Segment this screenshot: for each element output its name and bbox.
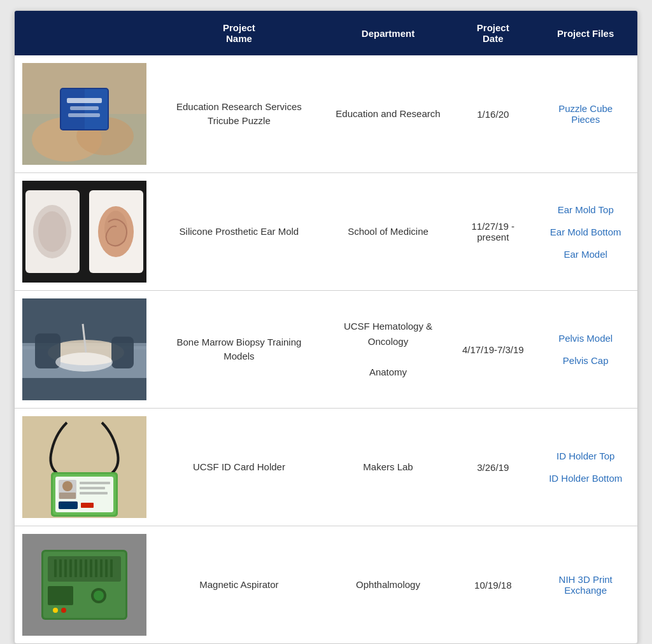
table-row: UCSF ID Card HolderMakers Lab3/26/19ID H… — [15, 409, 637, 526]
header-row: ProjectName Department ProjectDate Proje… — [15, 11, 637, 55]
svg-rect-43 — [59, 559, 62, 577]
project-name-cell: Silicone Prosthetic Ear Mold — [154, 173, 324, 291]
project-date-cell: 1/16/20 — [452, 55, 534, 173]
svg-rect-36 — [59, 501, 78, 509]
project-date-cell: 11/27/19 - present — [452, 173, 534, 291]
department-cell: Makers Lab — [324, 409, 452, 526]
project-file-link[interactable]: Ear Mold Bottom — [544, 227, 627, 237]
svg-rect-32 — [59, 493, 76, 499]
projects-table-container: ProjectName Department ProjectDate Proje… — [14, 10, 638, 644]
svg-point-24 — [55, 353, 113, 372]
project-files-cell: NIH 3D Print Exchange — [534, 526, 637, 644]
project-name-cell: UCSF ID Card Holder — [154, 409, 324, 526]
project-name-cell: Bone Marrow Biopsy Training Models — [154, 291, 324, 409]
table-body: Education Research Services Tricube Puzz… — [15, 55, 637, 643]
svg-point-56 — [94, 591, 104, 601]
project-date-cell: 4/17/19-7/3/19 — [452, 291, 534, 409]
project-name-cell: Magnetic Aspirator — [154, 526, 324, 644]
svg-rect-53 — [110, 559, 113, 577]
department-cell: UCSF Hematology & Oncology Anatomy — [324, 291, 452, 409]
svg-rect-51 — [100, 559, 103, 577]
project-file-link[interactable]: Pelvis Cap — [544, 355, 627, 366]
svg-rect-49 — [90, 559, 92, 577]
table-row: Silicone Prosthetic Ear MoldSchool of Me… — [15, 173, 637, 291]
svg-rect-41 — [48, 556, 121, 582]
svg-rect-47 — [80, 559, 82, 577]
department-cell: Education and Research — [324, 55, 452, 173]
project-file-link[interactable]: ID Holder Bottom — [544, 473, 627, 484]
project-file-link[interactable]: Ear Model — [544, 249, 627, 260]
project-image-cell — [15, 55, 154, 173]
project-date-cell: 3/26/19 — [452, 409, 534, 526]
project-file-link[interactable]: NIH 3D Print Exchange — [544, 574, 627, 596]
svg-rect-37 — [81, 503, 94, 508]
col-department: Department — [324, 11, 452, 55]
svg-rect-34 — [80, 487, 105, 489]
project-image-cell — [15, 526, 154, 644]
svg-rect-54 — [48, 586, 73, 605]
svg-rect-50 — [95, 559, 97, 577]
department-cell: Ophthalmology — [324, 526, 452, 644]
project-files-cell: Ear Mold TopEar Mold BottomEar Model — [534, 173, 637, 291]
project-file-link[interactable]: Puzzle Cube Pieces — [544, 103, 627, 125]
project-image-cell — [15, 291, 154, 409]
svg-rect-48 — [85, 559, 87, 577]
department-cell: School of Medicine — [324, 173, 452, 291]
svg-rect-42 — [54, 559, 57, 577]
svg-rect-8 — [67, 98, 102, 103]
svg-point-58 — [61, 608, 66, 613]
col-project-name: ProjectName — [154, 11, 324, 55]
project-image-cell — [15, 173, 154, 291]
svg-rect-9 — [70, 106, 99, 110]
table-row: Bone Marrow Biopsy Training ModelsUCSF H… — [15, 291, 637, 409]
project-files-cell: ID Holder TopID Holder Bottom — [534, 409, 637, 526]
project-files-cell: Puzzle Cube Pieces — [534, 55, 637, 173]
table-header: ProjectName Department ProjectDate Proje… — [15, 11, 637, 55]
svg-point-14 — [38, 211, 66, 252]
projects-table: ProjectName Department ProjectDate Proje… — [15, 11, 637, 643]
col-project-files: Project Files — [534, 11, 637, 55]
svg-rect-35 — [80, 492, 108, 494]
table-row: Education Research Services Tricube Puzz… — [15, 55, 637, 173]
project-files-cell: Pelvis ModelPelvis Cap — [534, 291, 637, 409]
col-image — [15, 11, 154, 55]
svg-rect-45 — [69, 559, 72, 577]
svg-rect-44 — [64, 559, 67, 577]
project-file-link[interactable]: ID Holder Top — [544, 451, 627, 461]
project-name-cell: Education Research Services Tricube Puzz… — [154, 55, 324, 173]
svg-rect-33 — [80, 482, 110, 484]
svg-rect-46 — [74, 559, 77, 577]
project-file-link[interactable]: Pelvis Model — [544, 333, 627, 344]
project-file-link[interactable]: Ear Mold Top — [544, 204, 627, 215]
col-project-date: ProjectDate — [452, 11, 534, 55]
project-image-cell — [15, 409, 154, 526]
svg-rect-10 — [68, 113, 100, 117]
svg-point-31 — [62, 481, 73, 491]
svg-rect-23 — [111, 337, 134, 368]
project-date-cell: 10/19/18 — [452, 526, 534, 644]
table-row: Magnetic AspiratorOphthalmology10/19/18N… — [15, 526, 637, 644]
svg-point-57 — [53, 608, 58, 613]
svg-rect-52 — [105, 559, 108, 577]
